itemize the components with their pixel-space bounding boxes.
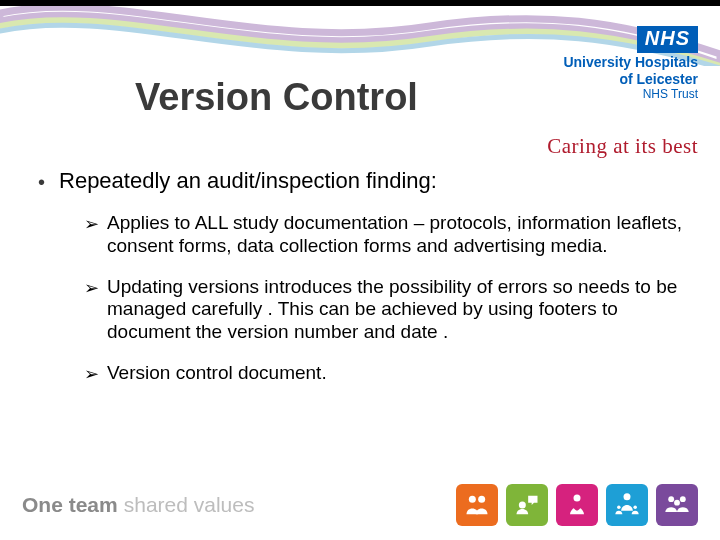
team-icon [656, 484, 698, 526]
bullet-dot-icon: • [38, 168, 45, 196]
nhs-branding: NHS University Hospitals of Leicester NH… [563, 26, 698, 101]
svg-point-8 [680, 496, 686, 502]
footer-brand: One teamshared values [22, 493, 254, 517]
sub-bullet-text: Applies to ALL study documentation – pro… [107, 212, 684, 258]
care-icon [556, 484, 598, 526]
sub-bullet-text: Version control document. [107, 362, 327, 385]
footer-icons [456, 484, 698, 526]
arrow-right-icon: ➢ [84, 362, 99, 386]
svg-point-9 [674, 500, 680, 506]
svg-point-1 [478, 496, 485, 503]
speech-icon [506, 484, 548, 526]
svg-point-7 [668, 496, 674, 502]
svg-point-3 [574, 495, 581, 502]
people-icon [456, 484, 498, 526]
page-title: Version Control [135, 76, 418, 119]
svg-point-0 [469, 496, 476, 503]
bullet-main: • Repeatedly an audit/inspection finding… [38, 168, 684, 196]
arrow-right-icon: ➢ [84, 276, 99, 300]
sub-bullet: ➢ Updating versions introduces the possi… [84, 276, 684, 344]
nhs-org-line1: University Hospitals [563, 55, 698, 70]
brand-main: One team [22, 493, 118, 516]
sub-bullet: ➢ Version control document. [84, 362, 684, 386]
slide-content: • Repeatedly an audit/inspection finding… [38, 168, 684, 404]
footer-bar: One teamshared values [22, 484, 698, 526]
nhs-logo: NHS [637, 26, 698, 53]
leader-icon [606, 484, 648, 526]
nhs-trust-label: NHS Trust [563, 88, 698, 101]
arrow-right-icon: ➢ [84, 212, 99, 236]
svg-point-2 [519, 502, 526, 509]
bullet-main-text: Repeatedly an audit/inspection finding: [59, 168, 437, 193]
brand-sub: shared values [124, 493, 255, 516]
nhs-org-line2: of Leicester [563, 72, 698, 87]
svg-point-4 [624, 493, 631, 500]
svg-point-6 [633, 506, 637, 510]
sub-bullet: ➢ Applies to ALL study documentation – p… [84, 212, 684, 258]
tagline-text: Caring at its best [547, 134, 698, 159]
sub-bullet-text: Updating versions introduces the possibi… [107, 276, 684, 344]
svg-point-5 [617, 506, 621, 510]
